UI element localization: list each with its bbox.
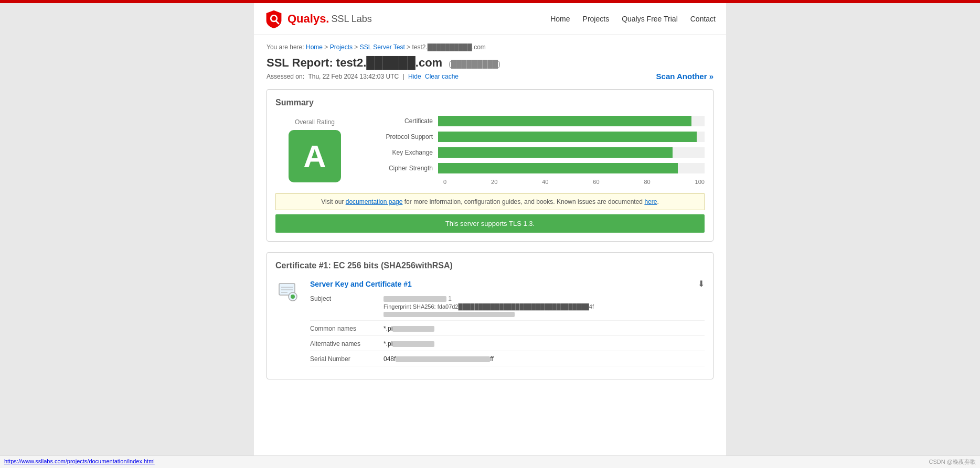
clear-cache-link[interactable]: Clear cache — [425, 73, 459, 80]
cert-val-subject: 1 Fingerprint SHA256: fda07d2███████████… — [384, 295, 705, 317]
cert-title: Certificate #1: EC 256 bits (SHA256withR… — [275, 261, 705, 270]
axis-0: 0 — [443, 179, 446, 185]
cert-header: Server Key and Certificate #1 ⬇ — [310, 279, 705, 289]
nav-links: Home Projects Qualys Free Trial Contact — [550, 15, 716, 23]
info-banner: Visit our documentation page for more in… — [275, 193, 705, 210]
bar-track-cipher — [438, 163, 705, 173]
bar-label-protocol: Protocol Support — [375, 133, 438, 140]
bar-row-cipher: Cipher Strength — [375, 163, 705, 173]
bar-track-protocol — [438, 132, 705, 142]
cert-key-serial: Serial Number — [310, 355, 384, 363]
chart-axis: 0 20 40 60 80 100 — [443, 179, 705, 185]
navbar: Qualys. SSL Labs Home Projects Qualys Fr… — [254, 3, 726, 35]
cert-val-alt-names: *.pi — [384, 340, 705, 347]
cert-row-alt-names: Alternative names *.pi — [310, 340, 705, 351]
breadcrumb-current: test2.██████████.com — [412, 43, 485, 51]
bar-label-keyexchange: Key Exchange — [375, 149, 438, 156]
content-area: Qualys. SSL Labs Home Projects Qualys Fr… — [254, 3, 726, 468]
overall-rating: Overall Rating A — [275, 118, 354, 182]
summary-box: Summary Overall Rating A Certificate — [267, 89, 713, 242]
breadcrumb-projects[interactable]: Projects — [330, 43, 353, 51]
cert-row-common-names: Common names *.pi — [310, 325, 705, 336]
bar-label-cipher: Cipher Strength — [375, 165, 438, 172]
tls-banner: This server supports TLS 1.3. — [275, 214, 705, 233]
cert-key-alt-names: Alternative names — [310, 340, 384, 347]
bar-fill-keyexchange — [438, 147, 673, 158]
svg-point-1 — [272, 16, 276, 21]
axis-80: 80 — [644, 179, 650, 185]
breadcrumb: You are here: Home > Projects > SSL Serv… — [267, 43, 713, 51]
grade-box: A — [289, 130, 341, 182]
nav-projects[interactable]: Projects — [583, 15, 610, 23]
cert-row-subject: Subject 1 Fingerprint SHA256: fda07d2███… — [310, 295, 705, 321]
axis-20: 20 — [491, 179, 497, 185]
cert-header-link[interactable]: Server Key and Certificate #1 — [310, 280, 412, 288]
nav-trial[interactable]: Qualys Free Trial — [622, 15, 678, 23]
main-wrapper: Qualys. SSL Labs Home Projects Qualys Fr… — [0, 3, 980, 468]
svg-point-8 — [291, 295, 295, 299]
axis-100: 100 — [695, 179, 705, 185]
logo-area: Qualys. SSL Labs — [264, 9, 550, 28]
doc-link[interactable]: documentation page — [346, 198, 403, 205]
cert-box: Certificate #1: EC 256 bits (SHA256withR… — [267, 252, 713, 379]
cert-val-common-names: *.pi — [384, 325, 705, 332]
logo-brand: Qualys. — [287, 12, 329, 26]
bar-fill-cipher — [438, 163, 678, 173]
report-title: SSL Report: test2.██████.com (█████████) — [267, 56, 713, 70]
qualys-logo-icon — [264, 9, 283, 28]
grade-letter: A — [303, 138, 326, 175]
bar-row-certificate: Certificate — [375, 116, 705, 126]
cert-key-subject: Subject — [310, 295, 384, 317]
here-link[interactable]: here — [644, 198, 657, 205]
cert-table: Server Key and Certificate #1 ⬇ Subject … — [310, 279, 705, 371]
certificate-icon — [278, 281, 299, 302]
rating-chart-area: Overall Rating A Certificate — [275, 116, 705, 185]
summary-title: Summary — [275, 98, 705, 107]
page-content: You are here: Home > Projects > SSL Serv… — [254, 35, 726, 388]
cert-icon — [275, 279, 302, 371]
bar-track-certificate — [438, 116, 705, 126]
axis-40: 40 — [542, 179, 548, 185]
chart-area: Certificate Protocol Support — [375, 116, 705, 185]
footer-bar: https://www.ssllabs.com/projects/documen… — [0, 455, 980, 468]
footer-url[interactable]: https://www.ssllabs.com/projects/documen… — [4, 458, 155, 466]
axis-labels: 0 20 40 60 80 100 — [443, 179, 705, 185]
cert-val-serial: 048fff — [384, 355, 705, 363]
nav-contact[interactable]: Contact — [690, 15, 716, 23]
assessed-on: Assessed on: Thu, 22 Feb 2024 13:42:03 U… — [267, 73, 459, 80]
cert-details: Server Key and Certificate #1 ⬇ Subject … — [275, 279, 705, 371]
overall-label: Overall Rating — [295, 118, 335, 126]
hide-link[interactable]: Hide — [408, 73, 421, 80]
cert-key-common-names: Common names — [310, 325, 384, 332]
axis-60: 60 — [593, 179, 599, 185]
bar-fill-protocol — [438, 132, 697, 142]
cert-download-icon[interactable]: ⬇ — [698, 279, 705, 289]
bar-fill-certificate — [438, 116, 691, 126]
report-meta: Assessed on: Thu, 22 Feb 2024 13:42:03 U… — [267, 72, 713, 81]
logo-sub: SSL Labs — [331, 14, 371, 25]
bar-row-protocol: Protocol Support — [375, 132, 705, 142]
watermark: CSDN @晚夜弃歌 — [929, 458, 976, 466]
bar-row-keyexchange: Key Exchange — [375, 147, 705, 158]
scan-another-button[interactable]: Scan Another » — [656, 72, 713, 81]
nav-home[interactable]: Home — [550, 15, 570, 23]
breadcrumb-home[interactable]: Home — [306, 43, 323, 51]
breadcrumb-ssl-test[interactable]: SSL Server Test — [360, 43, 405, 51]
bar-label-certificate: Certificate — [375, 117, 438, 125]
bar-track-keyexchange — [438, 147, 705, 158]
cert-row-serial: Serial Number 048fff — [310, 355, 705, 366]
